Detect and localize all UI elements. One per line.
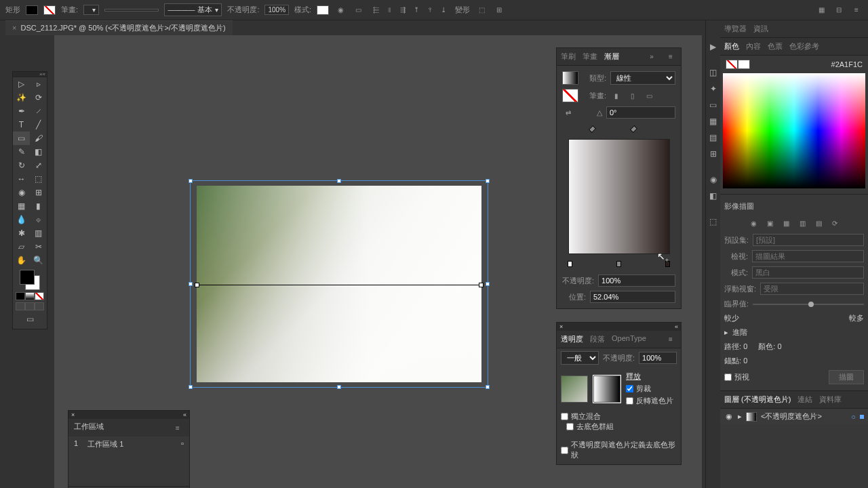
stroke-profile-dropdown[interactable]	[104, 9, 159, 12]
toolbox-header[interactable]: ×«	[13, 72, 47, 77]
invert-checkbox[interactable]: 反轉遮色片	[626, 396, 673, 406]
collapse-icon[interactable]: «	[675, 323, 678, 330]
artboard-row[interactable]: 1 工作區域 1 ▫	[68, 436, 189, 452]
stop-position-input[interactable]	[590, 291, 675, 303]
direct-selection-tool[interactable]: ▹	[30, 77, 47, 91]
trace-preset-4[interactable]: ▥	[796, 217, 808, 229]
brush-def-dropdown[interactable]: ———— 基本 ▾	[164, 3, 222, 16]
tool2-icon[interactable]: ✦	[707, 83, 719, 95]
knockout-checkbox[interactable]: 去底色群組	[566, 422, 677, 432]
handle-bl[interactable]	[189, 385, 193, 389]
tab-transparency[interactable]: 透明度	[561, 333, 583, 346]
draw-inside[interactable]	[35, 302, 44, 310]
paintbrush-tool[interactable]: 🖌	[30, 131, 47, 145]
collapse-icon[interactable]: «	[43, 71, 45, 77]
opacity-stop-1[interactable]	[589, 125, 596, 133]
hex-value[interactable]: 2A1F1C	[835, 60, 863, 68]
artboard-options-icon[interactable]: ▫	[181, 439, 184, 449]
panel-menu-icon[interactable]: ≡	[665, 333, 677, 345]
align-top-icon[interactable]: ⤒	[410, 4, 422, 16]
color-spectrum[interactable]	[723, 73, 865, 188]
color-stop-white[interactable]	[568, 261, 572, 267]
gradient-slider[interactable]	[568, 261, 670, 270]
play-icon[interactable]: ▶	[707, 41, 719, 53]
panel-menu-icon[interactable]: ≡	[665, 50, 677, 62]
screen-mode-icon[interactable]: ▭	[22, 312, 39, 326]
mesh-tool[interactable]: ▦	[13, 199, 30, 213]
gradient-mode[interactable]	[25, 292, 35, 300]
document-setup-icon[interactable]: ▭	[352, 4, 364, 16]
advanced-toggle[interactable]: ▸進階	[724, 325, 864, 340]
tab-layers[interactable]: 圖層 (不透明遮色片)	[724, 393, 791, 406]
align-left-icon[interactable]: ⬱	[370, 4, 382, 16]
handle-tr[interactable]	[486, 179, 490, 183]
tool3-icon[interactable]: ▭	[707, 99, 719, 111]
tool5-icon[interactable]: ▤	[707, 131, 719, 144]
isolate-checkbox[interactable]: 獨立混合	[561, 411, 677, 422]
close-icon[interactable]: ×	[71, 411, 75, 418]
tab-close-icon[interactable]: ×	[12, 24, 16, 32]
zoom-tool[interactable]: 🔍	[30, 253, 47, 267]
align-center-icon[interactable]: ⫴	[383, 4, 395, 16]
shape-builder-icon[interactable]: ⬚	[475, 4, 488, 16]
handle-br[interactable]	[486, 385, 490, 389]
threshold-slider[interactable]	[753, 304, 864, 305]
none-mode[interactable]	[35, 292, 44, 300]
tool7-icon[interactable]: ◉	[707, 174, 719, 186]
gradient-tool[interactable]: ▮	[30, 199, 47, 213]
handle-mr[interactable]	[486, 282, 490, 286]
recolor-icon[interactable]: ◉	[334, 4, 347, 16]
shape-builder-tool[interactable]: ◉	[13, 186, 30, 199]
tab-opentype[interactable]: OpenType	[612, 333, 646, 346]
reverse-gradient-icon[interactable]: ⇄	[562, 106, 574, 119]
stroke-grad-2[interactable]: ▯	[627, 89, 639, 102]
layer-name[interactable]: <不透明度遮色片>	[761, 411, 822, 422]
slice-tool[interactable]: ✂	[30, 240, 47, 253]
handle-bm[interactable]	[337, 385, 341, 389]
tab-color[interactable]: 顏色	[724, 40, 739, 53]
free-transform-tool[interactable]: ⬚	[30, 172, 47, 186]
color-mode[interactable]	[16, 292, 25, 300]
tool6-icon[interactable]: ⊞	[707, 148, 719, 160]
width-tool[interactable]: ↔	[13, 172, 30, 186]
tab-color-guide[interactable]: 色彩參考	[789, 40, 819, 53]
blend-tool[interactable]: ⟐	[30, 213, 47, 226]
line-tool[interactable]: ╱	[30, 118, 47, 131]
opacity-input[interactable]	[639, 352, 677, 364]
tab-gradient[interactable]: 漸層	[604, 50, 619, 63]
isolate-icon[interactable]: ⊞	[493, 4, 505, 16]
perspective-grid-tool[interactable]: ⊞	[30, 186, 47, 199]
eraser-tool[interactable]: ◧	[30, 145, 47, 159]
palette-select[interactable]	[760, 283, 864, 295]
lasso-tool[interactable]: ⟳	[30, 91, 47, 104]
scale-tool[interactable]: ⤢	[30, 159, 47, 172]
gradient-type-select[interactable]: 線性	[610, 71, 675, 85]
layer-row[interactable]: ◉ ▸ <不透明度遮色片> ○	[720, 409, 868, 424]
fill-stroke-swatches[interactable]	[20, 270, 40, 290]
pen-tool[interactable]: ✒	[13, 104, 30, 118]
stroke-swatch[interactable]	[43, 5, 56, 15]
release-link[interactable]: 釋放	[626, 371, 673, 382]
trace-button[interactable]: 描圖	[829, 370, 864, 384]
color-stop-black[interactable]	[665, 261, 670, 267]
type-tool[interactable]: T	[13, 118, 30, 131]
curvature-tool[interactable]: ⟋	[30, 104, 47, 118]
hand-tool[interactable]: ✋	[13, 253, 30, 267]
expand-icon[interactable]: ▸	[738, 412, 742, 421]
trace-preset-3[interactable]: ▦	[780, 217, 792, 229]
shaper-tool[interactable]: ✎	[13, 145, 30, 159]
define-checkbox[interactable]: 不透明度與遮色片定義去底色形狀	[561, 440, 677, 460]
handle-tl[interactable]	[189, 179, 193, 183]
tab-stroke[interactable]: 筆畫	[583, 50, 597, 63]
view-select[interactable]	[752, 250, 864, 262]
eyedropper-tool[interactable]: 💧	[13, 213, 30, 226]
tab-info[interactable]: 資訊	[753, 22, 768, 35]
stroke-gradient-thumb[interactable]	[562, 89, 578, 102]
tab-paragraph[interactable]: 段落	[590, 333, 605, 346]
trace-preset-5[interactable]: ▤	[812, 217, 825, 229]
visibility-icon[interactable]: ◉	[724, 412, 734, 421]
gradient-thumb[interactable]	[562, 71, 578, 85]
handle-ml[interactable]	[189, 282, 193, 286]
fill-color[interactable]	[20, 270, 35, 285]
magic-wand-tool[interactable]: ✨	[13, 91, 30, 104]
